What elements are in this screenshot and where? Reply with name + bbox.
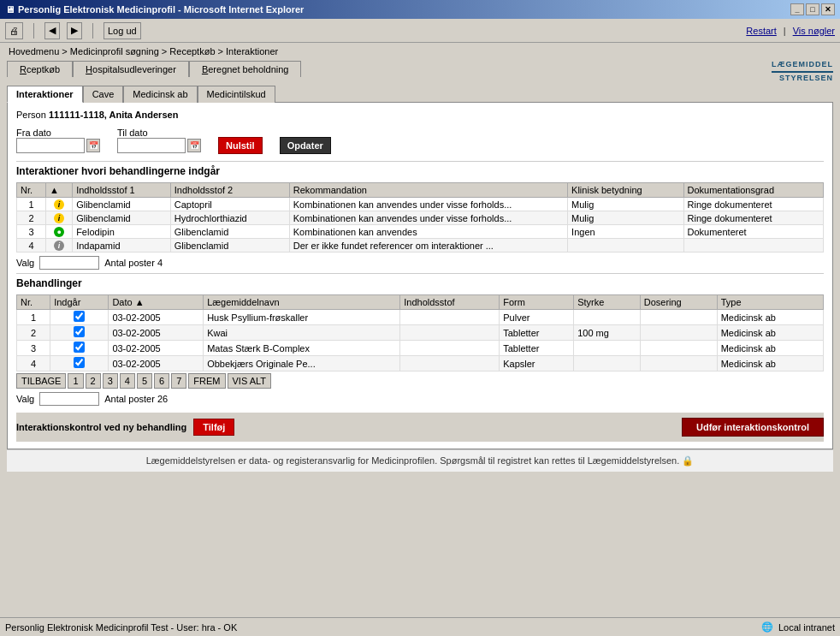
toolbar-separator [33, 23, 34, 39]
int-row-stof2: Glibenclamid [170, 239, 289, 253]
maximize-button[interactable]: □ [806, 3, 819, 15]
treat-row-dato: 03-02-2005 [109, 356, 204, 371]
pagination-p7[interactable]: 7 [171, 373, 186, 389]
treat-row-indgaar [50, 310, 109, 325]
col-t-styrke[interactable]: Styrke [574, 295, 641, 310]
col-t-nr[interactable]: Nr. [17, 295, 50, 310]
col-t-indholdsstof[interactable]: Indholdsstof [400, 295, 500, 310]
pagination-p5[interactable]: 5 [137, 373, 152, 389]
opdater-button[interactable]: Opdater [280, 137, 331, 154]
col-indicator[interactable]: ▲ [46, 183, 73, 198]
col-klinisk[interactable]: Klinisk betydning [568, 183, 683, 198]
til-dato-field: Til dato 04-02-2005 📅 [117, 128, 201, 153]
treatments-table: Nr. Indgår Dato ▲ Lægemiddelnavn Indhold… [16, 294, 824, 371]
int-row-nr: 1 [17, 198, 46, 211]
til-dato-calendar-icon[interactable]: 📅 [187, 139, 201, 152]
treat-row-nr: 3 [17, 341, 50, 356]
treatments-valg-row: Valg Antal poster 26 [16, 392, 824, 406]
pagination-p4[interactable]: 4 [120, 373, 135, 389]
pagination-frem[interactable]: FREM [188, 373, 225, 389]
date-filter-row: Fra dato 04-08-2004 📅 Til dato 04-02-200… [16, 127, 824, 154]
person-value: 111111-1118, Anita Andersen [49, 110, 178, 120]
treat-checkbox[interactable] [74, 342, 85, 353]
restart-link[interactable]: Restart [746, 26, 776, 36]
int-row-ind: i [46, 239, 73, 253]
divider2 [16, 273, 824, 274]
col-t-indgaar[interactable]: Indgår [50, 295, 109, 310]
table-row[interactable]: 3 03-02-2005 Matas Stærk B-Complex Table… [17, 341, 824, 356]
pagination-p2[interactable]: 2 [86, 373, 101, 389]
fra-dato-calendar-icon[interactable]: 📅 [86, 139, 100, 152]
tab-receptkøb[interactable]: Rceptkøb [7, 61, 73, 77]
treat-row-styrke [574, 356, 641, 371]
col-rekomm[interactable]: Rekommandation [289, 183, 567, 198]
col-t-laegemiddel[interactable]: Lægemiddelnavn [204, 295, 400, 310]
treat-checkbox[interactable] [74, 311, 85, 322]
col-dok[interactable]: Dokumentationsgrad [683, 183, 824, 198]
toolbar-separator2 [92, 23, 93, 39]
tab-beregnet-beholdning[interactable]: Beregnet beholdning [189, 61, 302, 77]
table-row[interactable]: 3 ● Felodipin Glibenclamid Kombinationen… [17, 225, 824, 239]
table-row[interactable]: 2 i Glibenclamid Hydrochlorthiazid Kombi… [17, 211, 824, 225]
window-titlebar: 🖥 Personlig Elektronisk Medicinprofil - … [0, 0, 840, 19]
col-t-form[interactable]: Form [500, 295, 574, 310]
table-row[interactable]: 4 i Indapamid Glibenclamid Der er ikke f… [17, 239, 824, 253]
tab-interaktioner[interactable]: Interaktioner [7, 86, 83, 103]
pagination-p1[interactable]: 1 [68, 373, 83, 389]
vis-nøgler-link[interactable]: Vis nøgler [793, 26, 835, 36]
table-row[interactable]: 2 03-02-2005 Kwai Tabletter 100 mg Medic… [17, 325, 824, 341]
int-row-nr: 4 [17, 239, 46, 253]
pagination: TILBAGE 1 2 3 4 5 6 7 FREM VIS ALT [16, 373, 824, 389]
int-row-dok: Ringe dokumenteret [683, 211, 824, 225]
int-row-nr: 2 [17, 211, 46, 225]
fra-dato-field: Fra dato 04-08-2004 📅 [16, 128, 100, 153]
main-content: Rceptkøb Hospitalsudleveringer Beregnet … [0, 60, 840, 475]
col-stof2[interactable]: Indholdsstof 2 [170, 183, 289, 198]
valg-label2: Valg [16, 394, 34, 404]
valg-input1[interactable] [39, 256, 99, 270]
back-button[interactable]: ◀ [44, 22, 60, 39]
col-t-dosering[interactable]: Dosering [640, 295, 717, 310]
logout-button[interactable]: Log ud [104, 22, 141, 39]
forward-button[interactable]: ▶ [67, 22, 82, 39]
treat-row-nr: 4 [17, 356, 50, 371]
minimize-button[interactable]: _ [790, 3, 804, 15]
table-row[interactable]: 1 03-02-2005 Husk Psyllium-frøskaller Pu… [17, 310, 824, 325]
udfør-button[interactable]: Udfør interaktionskontrol [682, 418, 824, 437]
pagination-vis-alt[interactable]: VIS ALT [228, 373, 272, 389]
tab-cave[interactable]: Cave [83, 86, 124, 103]
table-row[interactable]: 1 i Glibenclamid Captopril Kombinationen… [17, 198, 824, 211]
col-t-type[interactable]: Type [717, 295, 823, 310]
treat-row-indgaar [50, 341, 109, 356]
tab-hospitalsudleveringer[interactable]: Hospitalsudleveringer [73, 61, 189, 77]
col-stof1[interactable]: Indholdsstof 1 [73, 183, 171, 198]
treat-row-indgaar [50, 325, 109, 341]
treat-row-dato: 03-02-2005 [109, 341, 204, 356]
valg-label1: Valg [16, 258, 34, 268]
col-t-dato[interactable]: Dato ▲ [109, 295, 204, 310]
table-row[interactable]: 4 03-02-2005 Obbekjærs Originale Pe... K… [17, 356, 824, 371]
pagination-p3[interactable]: 3 [103, 373, 118, 389]
statusbar-icon: 🌐 [761, 621, 773, 633]
window-icon: 🖥 [5, 4, 15, 15]
pagination-p6[interactable]: 6 [154, 373, 169, 389]
int-row-nr: 3 [17, 225, 46, 239]
int-row-rekomm: Kombinationen kan anvendes [289, 225, 567, 239]
treat-checkbox[interactable] [74, 357, 85, 368]
print-button[interactable]: 🖨 [5, 22, 23, 39]
int-row-klinisk: Mulig [568, 211, 683, 225]
treat-row-dosering [640, 356, 717, 371]
valg-input2[interactable] [39, 392, 99, 406]
treat-checkbox[interactable] [74, 326, 85, 337]
tilføj-button[interactable]: Tilføj [193, 419, 234, 436]
nulstil-button[interactable]: Nulstil [218, 137, 263, 154]
close-button[interactable]: ✕ [821, 3, 835, 15]
tab-medicinsk ab[interactable]: Medicinsk ab [123, 86, 197, 103]
tab-medicintilskud[interactable]: Medicintilskud [198, 86, 275, 103]
footer-note: Lægemiddelstyrelsen er data- og register… [7, 449, 833, 472]
col-nr[interactable]: Nr. [17, 183, 46, 198]
fra-dato-input[interactable]: 04-08-2004 [16, 138, 85, 153]
til-dato-input[interactable]: 04-02-2005 [117, 138, 186, 153]
pagination-tilbage[interactable]: TILBAGE [16, 373, 66, 389]
logo: LÆGEMIDDEL STYRELSEN [772, 60, 833, 83]
